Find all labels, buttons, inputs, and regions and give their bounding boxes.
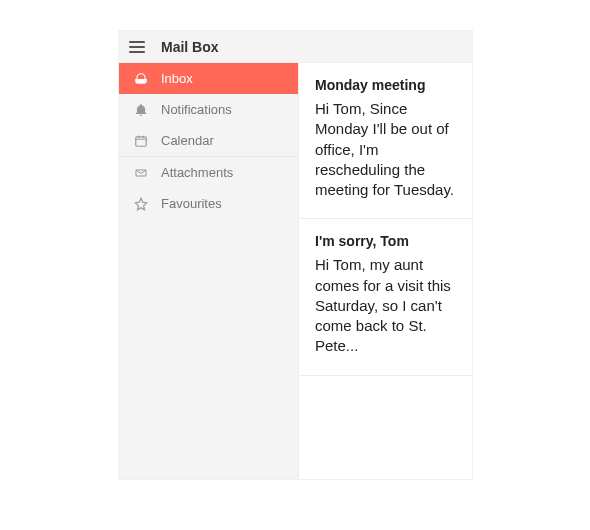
star-icon	[133, 197, 149, 211]
mail-preview: Hi Tom, Since Monday I'll be out of offi…	[315, 99, 456, 200]
mail-item[interactable]: I'm sorry, Tom Hi Tom, my aunt comes for…	[299, 219, 472, 375]
mail-subject: I'm sorry, Tom	[315, 233, 456, 249]
body: Inbox Notifications Calendar Attachm	[119, 63, 472, 479]
bell-icon	[133, 103, 149, 117]
sidebar: Inbox Notifications Calendar Attachm	[119, 63, 299, 479]
mail-list: Monday meeting Hi Tom, Since Monday I'll…	[299, 63, 472, 479]
sidebar-item-label: Favourites	[161, 196, 222, 211]
sidebar-item-notifications[interactable]: Notifications	[119, 94, 298, 125]
mail-preview: Hi Tom, my aunt comes for a visit this S…	[315, 255, 456, 356]
header: Mail Box	[119, 31, 472, 63]
sidebar-item-calendar[interactable]: Calendar	[119, 125, 298, 156]
svg-rect-0	[136, 136, 147, 145]
sidebar-item-label: Attachments	[161, 165, 233, 180]
sidebar-item-inbox[interactable]: Inbox	[119, 63, 298, 94]
mail-subject: Monday meeting	[315, 77, 456, 93]
sidebar-item-label: Notifications	[161, 102, 232, 117]
sidebar-item-label: Inbox	[161, 71, 193, 86]
sidebar-item-favourites[interactable]: Favourites	[119, 188, 298, 219]
inbox-icon	[133, 72, 149, 86]
attachment-icon	[133, 167, 149, 179]
menu-icon[interactable]	[129, 41, 145, 53]
app-title: Mail Box	[161, 39, 219, 55]
calendar-icon	[133, 134, 149, 148]
sidebar-item-attachments[interactable]: Attachments	[119, 157, 298, 188]
mail-item[interactable]: Monday meeting Hi Tom, Since Monday I'll…	[299, 63, 472, 219]
mail-app: Mail Box Inbox Notifications Calendar	[118, 30, 473, 480]
sidebar-item-label: Calendar	[161, 133, 214, 148]
